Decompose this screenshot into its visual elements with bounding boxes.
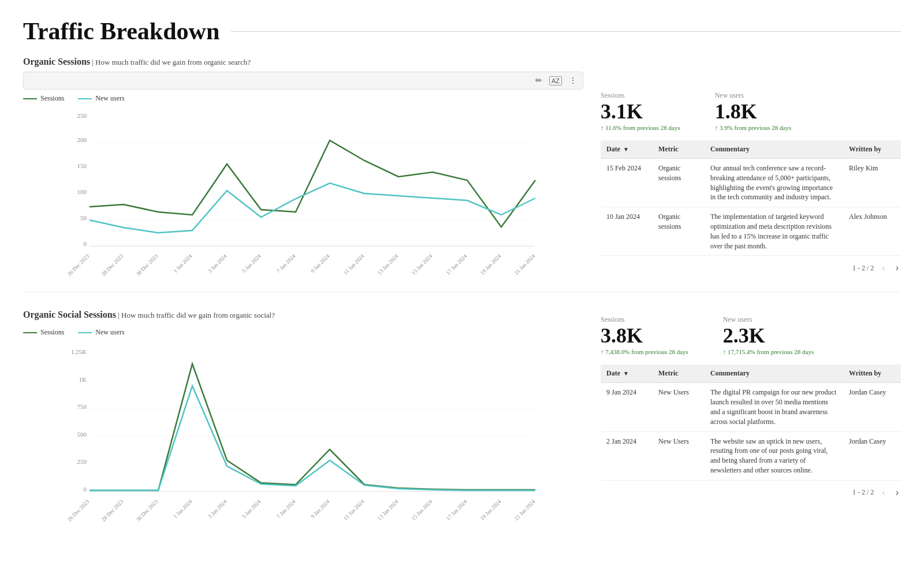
table-1: Date ▼ Metric Commentary Written by 15 F… [601, 140, 901, 256]
legend2-sessions: Sessions [23, 328, 64, 337]
organic-sessions-title: Organic Sessions [23, 57, 90, 66]
edit-icon[interactable]: ✏ [535, 76, 542, 85]
svg-text:19 Jan 2024: 19 Jan 2024 [479, 253, 502, 276]
svg-text:11 Jan 2024: 11 Jan 2024 [342, 253, 365, 276]
organic-sessions-chart-area: Organic Sessions | How much traffic did … [23, 57, 583, 274]
svg-text:28 Dec 2023: 28 Dec 2023 [100, 499, 125, 523]
cell-metric: Organic sessions [653, 207, 705, 256]
svg-text:5 Jan 2024: 5 Jan 2024 [241, 499, 262, 520]
newusers-line-1 [90, 183, 535, 233]
newusers-change-1: 3.9% from previous 28 days [715, 124, 792, 131]
sessions-line-2 [90, 364, 535, 490]
svg-text:250: 250 [77, 458, 87, 465]
svg-text:17 Jan 2024: 17 Jan 2024 [445, 253, 468, 276]
svg-text:100: 100 [77, 188, 87, 195]
svg-text:3 Jan 2024: 3 Jan 2024 [207, 499, 228, 520]
svg-text:1K: 1K [79, 376, 87, 383]
svg-text:0: 0 [84, 240, 87, 247]
svg-text:1 Jan 2024: 1 Jan 2024 [172, 499, 193, 520]
legend2-newusers: New users [78, 328, 124, 337]
pagination-2: 1 - 2 / 2 ‹ › [601, 486, 901, 499]
cell-date: 9 Jan 2024 [601, 383, 653, 431]
cell-date: 15 Feb 2024 [601, 159, 653, 207]
cell-commentary: Our annual tech conference saw a record-… [705, 159, 843, 207]
table-row: 15 Feb 2024 Organic sessions Our annual … [601, 159, 901, 207]
legend-sessions: Sessions [23, 94, 64, 103]
newusers-change-2: 17,715.4% from previous 28 days [723, 348, 814, 355]
cell-commentary: The digital PR campaign for our new prod… [705, 383, 843, 431]
svg-text:3 Jan 2024: 3 Jan 2024 [207, 253, 228, 274]
stats-row-2: Sessions 3.8K 7,438.0% from previous 28 … [601, 315, 901, 355]
organic-sessions-right-panel: Sessions 3.1K 11.6% from previous 28 day… [601, 57, 901, 274]
th-date-1[interactable]: Date ▼ [601, 140, 653, 159]
svg-text:750: 750 [77, 403, 87, 410]
svg-text:150: 150 [77, 162, 87, 169]
svg-text:5 Jan 2024: 5 Jan 2024 [241, 253, 262, 274]
chart1-legend: Sessions New users [23, 94, 583, 103]
sessions-label-2: Sessions [601, 315, 688, 324]
chart2-legend: Sessions New users [23, 328, 583, 337]
chart1-toolbar: ✏ AZ ⋮ [23, 72, 583, 90]
sessions-line-1 [90, 140, 535, 227]
organic-social-chart-area: Organic Social Sessions | How much traff… [23, 310, 583, 505]
stat-newusers-1: New users 1.8K 3.9% from previous 28 day… [715, 91, 792, 131]
th-commentary-2: Commentary [705, 364, 843, 383]
cell-metric: New Users [653, 383, 705, 431]
stat-sessions-2: Sessions 3.8K 7,438.0% from previous 28 … [601, 315, 688, 355]
stat-sessions-1: Sessions 3.1K 11.6% from previous 28 day… [601, 91, 680, 131]
next-btn-1[interactable]: › [893, 262, 901, 274]
cell-metric: New Users [653, 431, 705, 480]
th-writtenby-1: Written by [843, 140, 901, 159]
svg-text:9 Jan 2024: 9 Jan 2024 [310, 499, 330, 520]
svg-text:21 Jan 2024: 21 Jan 2024 [513, 499, 536, 522]
prev-btn-2[interactable]: ‹ [880, 486, 887, 499]
svg-text:19 Jan 2024: 19 Jan 2024 [479, 499, 502, 522]
stat-newusers-2: New users 2.3K 17,715.4% from previous 2… [723, 315, 814, 355]
svg-text:13 Jan 2024: 13 Jan 2024 [377, 499, 400, 522]
svg-text:28 Dec 2023: 28 Dec 2023 [100, 253, 125, 277]
organic-sessions-section: Organic Sessions | How much traffic did … [23, 57, 901, 274]
svg-text:13 Jan 2024: 13 Jan 2024 [377, 253, 400, 276]
organic-social-subtitle: | How much traffic did we gain from orga… [118, 311, 275, 319]
newusers-label-1: New users [715, 91, 792, 100]
svg-text:30 Dec 2023: 30 Dec 2023 [135, 499, 159, 523]
stats-row-1: Sessions 3.1K 11.6% from previous 28 day… [601, 91, 901, 131]
table-2: Date ▼ Metric Commentary Written by 9 Ja… [601, 364, 901, 480]
th-date-2[interactable]: Date ▼ [601, 364, 653, 383]
cell-metric: Organic sessions [653, 159, 705, 207]
svg-text:1.25K: 1.25K [71, 348, 87, 355]
sessions-value-1: 3.1K [601, 101, 680, 122]
newusers-label-2: New users [723, 315, 814, 324]
newusers-line-2 [90, 386, 535, 490]
cell-writtenby: Riley Kim [843, 159, 901, 207]
svg-text:250: 250 [77, 112, 87, 119]
az-icon[interactable]: AZ [549, 76, 562, 85]
cell-commentary: The implementation of targeted keyword o… [705, 207, 843, 256]
page-title: Traffic Breakdown [23, 17, 901, 45]
th-metric-2[interactable]: Metric [653, 364, 705, 383]
th-commentary-1: Commentary [705, 140, 843, 159]
next-btn-2[interactable]: › [893, 486, 901, 499]
svg-text:15 Jan 2024: 15 Jan 2024 [411, 253, 434, 276]
cell-writtenby: Jordan Casey [843, 383, 901, 431]
menu-icon[interactable]: ⋮ [569, 76, 577, 85]
svg-text:15 Jan 2024: 15 Jan 2024 [411, 499, 434, 522]
cell-commentary: The website saw an uptick in new users, … [705, 431, 843, 480]
pagination-1: 1 - 2 / 2 ‹ › [601, 262, 901, 274]
prev-btn-1[interactable]: ‹ [880, 262, 887, 274]
sessions-value-2: 3.8K [601, 325, 688, 346]
organic-sessions-subtitle: | How much traffic did we gain from orga… [92, 58, 251, 66]
svg-text:9 Jan 2024: 9 Jan 2024 [310, 253, 330, 274]
table-row: 2 Jan 2024 New Users The website saw an … [601, 431, 901, 480]
legend-newusers: New users [78, 94, 124, 103]
sessions-label-1: Sessions [601, 91, 680, 100]
organic-social-right-panel: Sessions 3.8K 7,438.0% from previous 28 … [601, 310, 901, 505]
th-metric-1[interactable]: Metric [653, 140, 705, 159]
svg-text:0: 0 [84, 486, 87, 493]
pagination-label-1: 1 - 2 / 2 [852, 264, 874, 273]
svg-text:1 Jan 2024: 1 Jan 2024 [172, 253, 193, 274]
cell-writtenby: Alex Johnson [843, 207, 901, 256]
svg-text:11 Jan 2024: 11 Jan 2024 [342, 499, 365, 522]
svg-text:7 Jan 2024: 7 Jan 2024 [275, 499, 296, 520]
organic-sessions-chart: 0 50 100 150 200 250 26 Dec 2023 28 Dec … [23, 107, 583, 258]
